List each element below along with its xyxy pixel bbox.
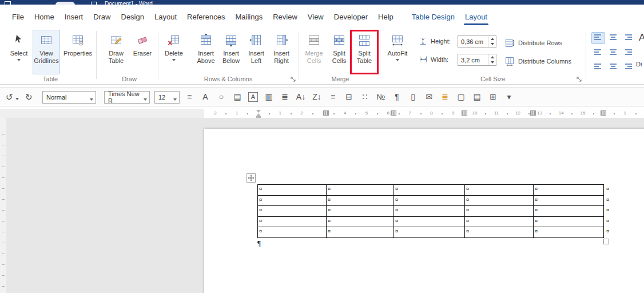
table-cell[interactable]: ¤: [465, 217, 534, 228]
first-line-indent-marker[interactable]: [256, 110, 261, 113]
circle-icon[interactable]: ○: [216, 92, 226, 102]
split-cells-button[interactable]: Split Cells: [327, 30, 351, 74]
insert-below-button[interactable]: Insert Below: [218, 30, 244, 74]
numbered-list-icon[interactable]: №: [376, 92, 386, 102]
stepper-down-icon[interactable]: [491, 61, 494, 64]
height-input[interactable]: 0,36 cm: [458, 35, 496, 47]
tab-developer[interactable]: Developer: [329, 13, 373, 27]
align-center-right-button[interactable]: [621, 46, 635, 58]
bullet-list-icon[interactable]: ∷: [360, 92, 370, 102]
insert-left-button[interactable]: Insert Left: [244, 30, 269, 74]
undo-chevron-icon[interactable]: [15, 98, 19, 100]
stepper-up-icon[interactable]: [491, 56, 494, 58]
tab-insert[interactable]: Insert: [59, 13, 89, 27]
tab-mailings[interactable]: Mailings: [230, 13, 268, 27]
table-resize-handle[interactable]: [603, 239, 609, 244]
eraser-button[interactable]: Eraser: [130, 30, 154, 74]
blank-page-icon[interactable]: ▯: [408, 92, 418, 102]
table-column-marker[interactable]: [391, 110, 396, 116]
height-stepper[interactable]: [488, 36, 496, 47]
table-move-handle[interactable]: [247, 173, 256, 183]
line-spacing-icon[interactable]: ≣: [280, 92, 290, 102]
stepper-up-icon[interactable]: [491, 38, 494, 40]
field-shading-icon[interactable]: ≡: [328, 92, 338, 102]
tab-table-design[interactable]: Table Design: [407, 13, 460, 27]
table-cell[interactable]: ¤: [465, 227, 534, 238]
font-icon[interactable]: A: [200, 92, 210, 102]
more-options-icon[interactable]: ▾: [504, 92, 514, 102]
table-cell[interactable]: ¤: [534, 196, 604, 207]
width-stepper[interactable]: [488, 54, 496, 65]
table-cell[interactable]: ¤: [534, 227, 604, 238]
tab-review[interactable]: Review: [268, 13, 303, 27]
table-column-marker[interactable]: [323, 110, 329, 116]
table-cell[interactable]: ¤: [327, 206, 394, 217]
distribute-rows-button[interactable]: Distribute Rows: [504, 37, 562, 49]
sort-az-icon[interactable]: A↓: [296, 92, 306, 102]
align-top-right-button[interactable]: [621, 32, 635, 44]
envelope-icon[interactable]: ✉: [424, 92, 434, 102]
dashed-grid-icon[interactable]: ⊞: [488, 92, 498, 102]
table-cell[interactable]: ¤: [465, 206, 534, 217]
delete-button[interactable]: Delete: [161, 30, 186, 74]
tab-references[interactable]: References: [182, 13, 230, 27]
lined-document-icon[interactable]: ▤: [472, 92, 482, 102]
table-cell[interactable]: ¤: [394, 185, 465, 196]
tab-home[interactable]: Home: [29, 13, 59, 27]
table-cell[interactable]: ¤: [394, 217, 465, 228]
document-icon[interactable]: ▥: [264, 92, 274, 102]
edit-document-icon[interactable]: ▤: [232, 92, 243, 102]
stepper-down-icon[interactable]: [491, 43, 494, 45]
document-page[interactable]: ¤¤¤¤¤¤¤¤¤¤¤¤¤¤¤¤¤¤¤¤¤¤¤¤¤ ¤¤¤¤¤ ¶: [204, 129, 644, 293]
align-center-left-button[interactable]: [591, 46, 605, 58]
align-center-button[interactable]: [606, 46, 620, 58]
table-cell[interactable]: ¤: [394, 227, 465, 238]
tab-file[interactable]: File: [7, 13, 29, 27]
select-button[interactable]: Select: [6, 30, 32, 74]
redo-button[interactable]: ↻: [25, 92, 33, 102]
sort-za-icon[interactable]: Z↓: [312, 92, 322, 102]
table-cell[interactable]: ¤: [534, 206, 604, 217]
table-cell[interactable]: ¤: [327, 217, 394, 228]
undo-button[interactable]: ↺: [6, 92, 13, 102]
paragraph-direction-icon[interactable]: ¶: [392, 92, 402, 102]
document-table[interactable]: ¤¤¤¤¤¤¤¤¤¤¤¤¤¤¤¤¤¤¤¤¤¤¤¤¤: [257, 184, 604, 238]
tab-draw[interactable]: Draw: [88, 13, 116, 27]
split-table-button[interactable]: Split Table: [352, 30, 376, 74]
vertical-ruler[interactable]: [0, 118, 6, 293]
autofit-button[interactable]: AutoFit: [384, 30, 411, 74]
tab-table-layout[interactable]: Layout: [460, 13, 492, 27]
formatting-marks-icon[interactable]: ≡: [184, 92, 194, 102]
table-cell[interactable]: ¤: [258, 185, 327, 196]
tab-help[interactable]: Help: [373, 13, 399, 27]
cell-size-dialog-launcher[interactable]: [575, 76, 583, 84]
horizontal-ruler[interactable]: 121234567891011121314151: [0, 109, 644, 118]
table-cell[interactable]: ¤: [327, 227, 394, 238]
rows-columns-dialog-launcher[interactable]: [289, 76, 297, 84]
width-input[interactable]: 3,2 cm: [458, 54, 496, 66]
text-direction-icon[interactable]: A: [639, 32, 644, 43]
page-forward-icon[interactable]: ▢: [456, 92, 466, 102]
view-gridlines-button[interactable]: View Gridlines: [33, 30, 60, 74]
insert-right-button[interactable]: Insert Right: [269, 30, 294, 74]
boxed-a-icon[interactable]: A: [248, 92, 258, 102]
draw-table-button[interactable]: Draw Table: [103, 30, 129, 74]
align-top-center-button[interactable]: [606, 32, 620, 44]
table-cell[interactable]: ¤: [534, 185, 604, 196]
properties-button[interactable]: Properties: [62, 30, 94, 74]
distribute-columns-button[interactable]: Distribute Columns: [504, 55, 571, 68]
table-cell[interactable]: ¤: [394, 196, 465, 207]
highlighter-icon[interactable]: ≣: [440, 92, 450, 102]
insert-above-button[interactable]: Insert Above: [193, 30, 218, 74]
align-top-left-button[interactable]: [591, 32, 605, 44]
table-cell[interactable]: ¤: [258, 217, 327, 228]
table-cell[interactable]: ¤: [327, 196, 394, 207]
table-cell[interactable]: ¤: [258, 206, 327, 217]
table-cell[interactable]: ¤: [258, 227, 327, 238]
font-size-select[interactable]: 12: [154, 91, 180, 104]
table-cell[interactable]: ¤: [394, 206, 465, 217]
table-cell[interactable]: ¤: [258, 196, 327, 207]
tab-view[interactable]: View: [303, 13, 329, 27]
table-cell[interactable]: ¤: [534, 217, 604, 228]
tab-design[interactable]: Design: [116, 13, 149, 27]
